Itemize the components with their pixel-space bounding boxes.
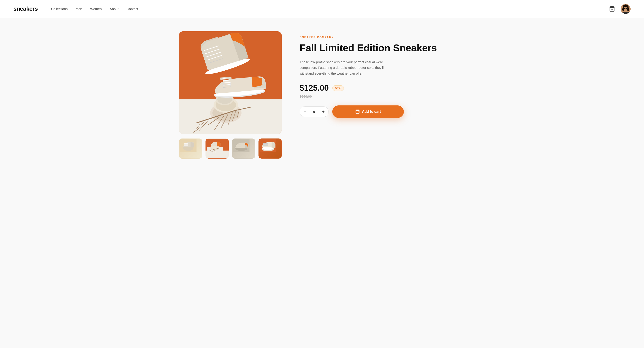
thumbnail-strip (179, 139, 282, 159)
nav-collections[interactable]: Collections (51, 7, 68, 11)
quantity-decrease-button[interactable]: − (300, 107, 310, 117)
quantity-value: 0 (310, 110, 318, 114)
quantity-increase-button[interactable]: + (318, 107, 328, 117)
header-actions (608, 4, 630, 14)
main-product-image (179, 31, 282, 134)
thumb-1-icon (179, 139, 197, 152)
thumb-3-icon (232, 139, 250, 152)
main-nav: Collections Men Women About Contact (51, 7, 608, 11)
add-to-cart-label: Add to cart (362, 110, 381, 114)
logo[interactable]: sneakers (14, 5, 38, 12)
svg-rect-47 (184, 145, 188, 145)
svg-rect-60 (236, 146, 241, 146)
svg-rect-66 (262, 145, 268, 146)
svg-point-8 (627, 7, 629, 11)
header: sneakers Collections Men Women About Con… (0, 0, 644, 18)
svg-rect-59 (236, 145, 241, 145)
svg-rect-64 (262, 143, 268, 144)
cart-icon (609, 6, 615, 12)
price-current: $125.00 (300, 83, 329, 93)
discount-badge: 50% (332, 85, 344, 91)
svg-rect-65 (262, 145, 268, 145)
sneaker-scene (179, 31, 282, 134)
product-description: These low-profile sneakers are your perf… (300, 59, 394, 76)
add-to-cart-button[interactable]: Add to cart (332, 105, 404, 118)
avatar[interactable] (621, 4, 630, 14)
product-details: SNEAKER COMPANY Fall Limited Edition Sne… (300, 31, 465, 118)
product-title: Fall Limited Edition Sneakers (300, 42, 465, 54)
price-row: $125.00 50% (300, 83, 465, 93)
thumbnail-1[interactable] (179, 139, 202, 159)
thumbnail-2[interactable] (206, 139, 229, 159)
nav-women[interactable]: Women (90, 7, 102, 11)
quantity-control: − 0 + (300, 106, 329, 117)
svg-rect-46 (184, 143, 188, 144)
avatar-image (621, 4, 630, 14)
thumbnail-3[interactable] (232, 139, 255, 159)
thumb-4-icon (259, 139, 277, 152)
sneaker-illustration (179, 31, 282, 134)
price-original: $250.00 (300, 94, 465, 98)
cart-row: − 0 + Add to cart (300, 105, 465, 118)
svg-rect-5 (626, 8, 627, 9)
svg-point-7 (622, 7, 624, 11)
nav-men[interactable]: Men (76, 7, 82, 11)
svg-rect-48 (184, 145, 188, 146)
cart-btn-icon (355, 109, 360, 114)
nav-about[interactable]: About (110, 7, 118, 11)
nav-contact[interactable]: Contact (126, 7, 138, 11)
svg-rect-58 (236, 144, 241, 144)
thumbnail-4[interactable] (258, 139, 282, 159)
main-content: SNEAKER COMPANY Fall Limited Edition Sne… (166, 18, 478, 168)
thumb-2-icon (206, 139, 224, 152)
cart-button[interactable] (608, 5, 616, 13)
brand-label: SNEAKER COMPANY (300, 36, 465, 39)
product-images (179, 31, 282, 159)
